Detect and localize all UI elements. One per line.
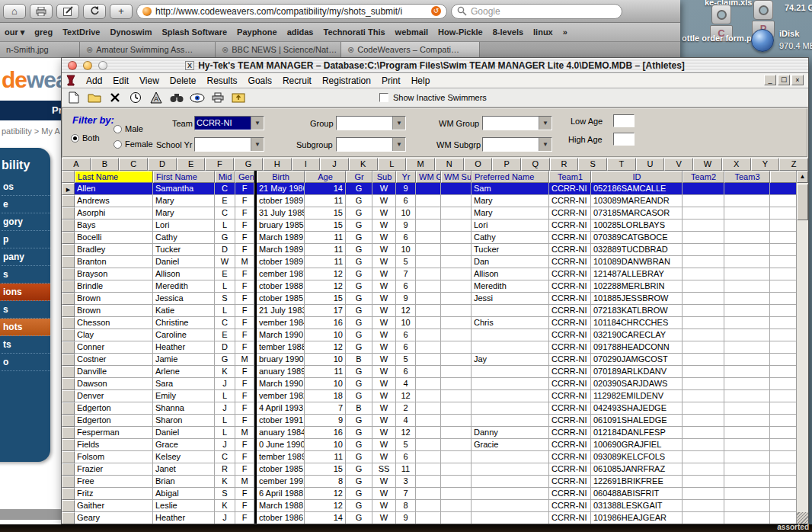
table-row[interactable]: Brown Katie L F 21 July 1983 17 G W 12 C…	[62, 305, 798, 317]
cell-lastname[interactable]: Fields	[75, 439, 153, 451]
cell-team1[interactable]: CCRR-NI	[549, 476, 591, 488]
cell-gr[interactable]: G	[346, 268, 372, 280]
browser-tab[interactable]: ⊗ n-Smith.jpg	[0, 42, 80, 57]
highage-field[interactable]	[613, 133, 635, 146]
cell-team2[interactable]	[683, 463, 724, 476]
cell-lastname[interactable]: Frazier	[75, 463, 153, 476]
cell-team3[interactable]	[724, 268, 770, 280]
cell-birth[interactable]: March 1989	[257, 244, 305, 256]
show-inactive-checkbox[interactable]	[379, 93, 388, 102]
cell-team3[interactable]	[724, 378, 770, 390]
cell-team1[interactable]: CCRR-NI	[549, 195, 591, 207]
cell-id[interactable]: 070290JAMGCOST	[591, 354, 683, 366]
cell-gr[interactable]: G	[346, 463, 372, 476]
cell-firstname[interactable]: Sara	[153, 378, 215, 390]
menu-item[interactable]: Goals	[248, 75, 272, 86]
cell-gr[interactable]: G	[346, 476, 372, 488]
cell-yr[interactable]: 7	[396, 488, 416, 500]
cell-wmgr[interactable]	[416, 195, 441, 207]
cell-lastname[interactable]: Denver	[75, 390, 153, 402]
cell-team2[interactable]	[683, 293, 724, 305]
table-row[interactable]: Allen Samantha C F 21 May 1986 14 G W 9 …	[62, 183, 798, 195]
table-row[interactable]: Clay Caroline E F March 1990 10 G W 6 CC…	[62, 329, 798, 341]
bookmark-item[interactable]: TextDrive	[62, 27, 100, 37]
cell-id[interactable]: 103089MAREANDR	[591, 195, 683, 207]
minimize-button[interactable]	[83, 61, 92, 70]
bookmark-item[interactable]: Technorati This	[324, 27, 385, 37]
row-selector[interactable]	[62, 390, 75, 402]
cell-gr[interactable]: G	[346, 329, 372, 341]
cell-age[interactable]: 12	[305, 280, 346, 293]
cell-yr[interactable]: 6	[396, 232, 416, 244]
col-header-gen[interactable]: Gen	[235, 171, 254, 183]
cell-sub[interactable]: W	[372, 280, 396, 293]
row-selector[interactable]	[62, 293, 75, 305]
cell-firstname[interactable]: Kelsey	[153, 451, 215, 463]
menu-item[interactable]: Registration	[322, 75, 371, 86]
cell-gr[interactable]: G	[346, 232, 372, 244]
cell-birth[interactable]: 21 July 1983	[257, 305, 305, 317]
row-selector[interactable]	[62, 280, 75, 293]
cell-wmgr[interactable]	[416, 390, 441, 402]
tab-close-icon[interactable]: ⊗	[222, 45, 229, 55]
table-row[interactable]: Edgerton Sharon L F ctober 1991 9 G W 4 …	[62, 415, 798, 427]
cell-age[interactable]: 15	[305, 293, 346, 305]
cell-wmsub[interactable]	[441, 341, 472, 354]
row-selector[interactable]	[62, 305, 75, 317]
table-row[interactable]: Asorphi Mary C F 31 July 1985 15 G W 10 …	[62, 207, 798, 220]
cell-firstname[interactable]: Arlene	[153, 366, 215, 378]
find-binoculars-icon[interactable]	[169, 91, 184, 104]
cell-team1[interactable]: CCRR-NI	[549, 488, 591, 500]
row-selector[interactable]	[62, 341, 75, 354]
row-selector[interactable]	[62, 268, 75, 280]
search-field[interactable]: Google	[451, 4, 622, 19]
cell-wmgr[interactable]	[416, 293, 441, 305]
mdi-minimize-button[interactable]: _	[764, 75, 776, 85]
col-header-preferredname[interactable]: Preferred Name	[472, 171, 549, 183]
cell-firstname[interactable]: Brian	[153, 476, 215, 488]
cell-gen[interactable]: M	[235, 354, 254, 366]
cell-wmsub[interactable]	[441, 488, 472, 500]
cell-age[interactable]: 12	[305, 268, 346, 280]
cell-wmgr[interactable]	[416, 415, 441, 427]
cell-yr[interactable]: 10	[396, 244, 416, 256]
chevron-down-icon[interactable]: ▼	[539, 117, 551, 130]
radio-both[interactable]: Both	[71, 133, 100, 143]
folder-up-icon[interactable]	[231, 91, 246, 104]
row-selector[interactable]	[62, 244, 75, 256]
sidebar-item[interactable]: gory	[2, 213, 50, 231]
cell-gen[interactable]: F	[235, 378, 254, 390]
cell-team1[interactable]: CCRR-NI	[549, 256, 591, 268]
cell-team3[interactable]	[724, 476, 770, 488]
col-header-team2[interactable]: Team2	[683, 171, 724, 183]
cell-wmsub[interactable]	[441, 207, 472, 220]
cell-birth[interactable]: anuary 1984	[257, 427, 305, 439]
cell-firstname[interactable]: Lori	[153, 220, 215, 232]
lowage-field[interactable]	[613, 114, 635, 127]
column-letter[interactable]: X	[722, 158, 751, 171]
resize-grip[interactable]	[797, 512, 808, 524]
cell-id[interactable]: 032889TUCDBRAD	[591, 244, 683, 256]
cell-sub[interactable]: W	[372, 183, 396, 195]
bookmark-item[interactable]: adidas	[287, 27, 314, 37]
cell-team3[interactable]	[724, 415, 770, 427]
cell-team3[interactable]	[724, 427, 770, 439]
chevron-down-icon[interactable]: ▼	[251, 117, 264, 130]
cell-wmgr[interactable]	[416, 378, 441, 390]
cell-team2[interactable]	[683, 476, 724, 488]
cell-birth[interactable]: March 1989	[257, 232, 305, 244]
cell-wmsub[interactable]	[441, 512, 472, 524]
menu-item[interactable]: Help	[411, 75, 430, 86]
col-header-team1[interactable]: Team1	[549, 171, 591, 183]
delete-x-icon[interactable]	[107, 91, 123, 104]
cell-age[interactable]: 11	[305, 232, 346, 244]
cell-firstname[interactable]: Daniel	[153, 256, 215, 268]
cell-wmgr[interactable]	[416, 207, 441, 220]
cell-team1[interactable]: CCRR-NI	[549, 390, 591, 402]
cell-wmgr[interactable]	[416, 476, 441, 488]
cell-id[interactable]: 020390SARJDAWS	[591, 378, 683, 390]
cell-wmsub[interactable]	[441, 427, 472, 439]
cell-sub[interactable]: W	[372, 329, 396, 341]
cell-yr[interactable]: 4	[396, 378, 416, 390]
cell-team2[interactable]	[683, 354, 724, 366]
